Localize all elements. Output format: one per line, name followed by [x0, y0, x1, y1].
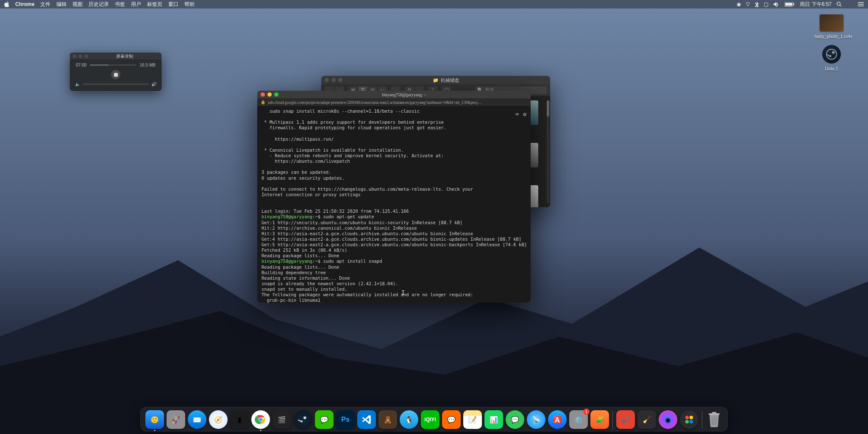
- terminal-window[interactable]: binyang758@garyyang: ~ 🔒 ssh.cloud.googl…: [257, 91, 531, 303]
- close-icon[interactable]: [325, 78, 329, 82]
- screen-recorder-window[interactable]: 屏幕录制 07:00 16.5 MB 🔈 🔊: [70, 53, 161, 91]
- dock-systemprefs[interactable]: ⚙️1: [569, 410, 588, 429]
- terminal-text: Reading package lists... Done Building d…: [262, 264, 473, 303]
- dock-steam[interactable]: [294, 410, 312, 429]
- svg-line-26: [716, 417, 716, 425]
- dock-siri[interactable]: ◉: [659, 410, 677, 429]
- zoom-icon[interactable]: [84, 54, 88, 58]
- dock-chrome[interactable]: [251, 410, 270, 429]
- status-siri-icon[interactable]: [847, 1, 853, 7]
- finder-titlebar[interactable]: 📁 机械键盘: [321, 76, 550, 84]
- svg-line-17: [298, 420, 302, 421]
- close-icon[interactable]: [72, 54, 76, 58]
- desktop-file-video[interactable]: baby_photo_1.m4v: [815, 14, 849, 39]
- zoom-icon[interactable]: [274, 92, 278, 97]
- status-notification-center-icon[interactable]: [858, 2, 864, 7]
- menu-people[interactable]: 用户: [131, 1, 141, 8]
- zoom-icon[interactable]: [338, 78, 342, 82]
- menu-bookmarks[interactable]: 书签: [115, 1, 125, 8]
- dock-launchpad[interactable]: 🚀: [167, 410, 185, 429]
- menu-bar: Chrome 文件 编辑 视图 历史记录 书签 用户 标签页 窗口 帮助 ◉ ▽…: [0, 0, 868, 8]
- svg-point-20: [685, 420, 689, 424]
- menu-view[interactable]: 视图: [72, 1, 83, 8]
- recorder-file-size: 16.5 MB: [140, 63, 156, 67]
- badge-count: 1: [583, 409, 590, 415]
- status-vpn-icon[interactable]: ▽: [746, 1, 750, 7]
- desktop-file-label: baby_photo_1.m4v: [815, 34, 849, 39]
- status-record-icon[interactable]: ◉: [737, 1, 741, 7]
- dock-airdrop[interactable]: 📡: [527, 410, 545, 429]
- dock-wechat[interactable]: 💬: [315, 410, 334, 429]
- menu-history[interactable]: 历史记录: [89, 1, 109, 8]
- terminal-prompt: binyang758@garyyang: [262, 214, 312, 219]
- dock-app-brown[interactable]: 🧸: [378, 410, 397, 429]
- status-bluetooth-icon[interactable]: [755, 2, 759, 7]
- dock-wechat-read[interactable]: 💬: [442, 410, 461, 429]
- svg-line-4: [840, 5, 841, 6]
- dock-finder[interactable]: 🙂: [145, 410, 164, 429]
- dock-messages[interactable]: 💬: [506, 410, 524, 429]
- dock-appstore[interactable]: 🅰️: [548, 410, 567, 429]
- recorder-titlebar[interactable]: 屏幕录制: [70, 53, 161, 60]
- minimize-icon[interactable]: [267, 92, 272, 97]
- dock-mail[interactable]: ✉️: [188, 410, 206, 429]
- dock-trash[interactable]: [706, 410, 723, 429]
- terminal-output[interactable]: sudo snap install microk8s --channel=1.1…: [257, 106, 531, 303]
- scrollbar[interactable]: [547, 100, 549, 203]
- svg-point-15: [303, 416, 306, 419]
- svg-point-21: [690, 420, 693, 424]
- volume-low-icon: 🔈: [75, 82, 80, 86]
- dock-notes[interactable]: 📝: [463, 410, 482, 429]
- terminal-text: Get:1 http://security.ubuntu.com/ubuntu …: [262, 220, 527, 259]
- desktop-file-dota2[interactable]: Dota 2: [815, 45, 849, 71]
- dock-finalcut[interactable]: 🎬: [273, 410, 291, 429]
- dock-qq[interactable]: 🐧: [400, 410, 418, 429]
- menu-window[interactable]: 窗口: [168, 1, 178, 8]
- close-icon[interactable]: [261, 92, 265, 97]
- status-volume-icon[interactable]: [773, 2, 779, 7]
- svg-rect-1: [785, 3, 793, 5]
- status-airplay-icon[interactable]: ▢: [764, 1, 768, 7]
- dock-app-orange[interactable]: 🧩: [590, 410, 609, 429]
- dock-cleanmymac[interactable]: 🧹: [637, 410, 656, 429]
- terminal-command: sudo apt install snapd: [323, 259, 382, 264]
- apple-menu-icon[interactable]: [4, 1, 9, 7]
- status-clock[interactable]: 周日 下午6:57: [800, 1, 832, 8]
- svg-rect-2: [793, 3, 794, 5]
- svg-line-11: [827, 55, 830, 56]
- dock-todoist[interactable]: ✔️: [616, 410, 635, 429]
- video-thumbnail-icon: [820, 14, 843, 31]
- svg-point-9: [832, 51, 835, 54]
- volume-slider[interactable]: [83, 83, 149, 85]
- finder-title: 📁 机械键盘: [345, 77, 547, 83]
- menu-help[interactable]: 帮助: [184, 1, 195, 8]
- finder-title-text: 机械键盘: [441, 77, 459, 83]
- dock-dashboard[interactable]: [680, 410, 698, 429]
- status-battery-icon[interactable]: [785, 2, 795, 7]
- minimize-icon[interactable]: [78, 54, 82, 58]
- dock-iqiyi[interactable]: iQIYI: [421, 410, 440, 429]
- menu-app-name[interactable]: Chrome: [15, 1, 34, 7]
- terminal-titlebar[interactable]: binyang758@garyyang: ~: [257, 91, 531, 98]
- menu-edit[interactable]: 编辑: [56, 1, 67, 8]
- menu-tab[interactable]: 标签页: [147, 1, 162, 8]
- minimize-icon[interactable]: [331, 78, 336, 82]
- svg-rect-23: [712, 412, 716, 414]
- recorder-progress-bar[interactable]: [90, 64, 136, 66]
- lock-icon: 🔒: [261, 100, 265, 104]
- address-bar[interactable]: 🔒 ssh.cloud.google.com/projects/adept-pr…: [257, 98, 531, 106]
- volume-high-icon: 🔊: [151, 82, 156, 86]
- dock-terminal[interactable]: ▮: [230, 410, 249, 429]
- svg-point-8: [826, 49, 837, 59]
- stop-button[interactable]: [111, 70, 120, 79]
- menu-file[interactable]: 文件: [40, 1, 50, 8]
- status-spotlight-icon[interactable]: [837, 2, 842, 7]
- dock-photoshop[interactable]: Ps: [336, 410, 355, 429]
- svg-point-3: [837, 2, 840, 6]
- dock-numbers[interactable]: 📊: [484, 410, 503, 429]
- dock-vscode[interactable]: [357, 410, 376, 429]
- svg-point-18: [685, 416, 689, 420]
- folder-icon: 📁: [433, 78, 439, 83]
- dock-safari[interactable]: 🧭: [209, 410, 228, 429]
- dock-separator: [612, 411, 613, 429]
